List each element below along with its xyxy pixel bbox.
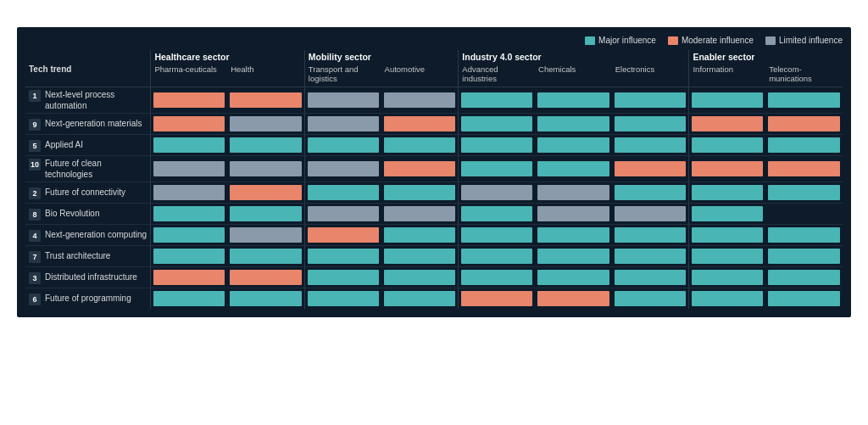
rank-badge: 10 — [29, 159, 41, 171]
tech-name: Future of connectivity — [45, 187, 125, 198]
bar-cell — [612, 204, 689, 225]
sector-header-enabler: Enabler sector — [688, 50, 843, 64]
influence-bar — [692, 249, 763, 264]
influence-bar — [615, 249, 687, 264]
influence-bar — [692, 92, 763, 108]
table-row: 6Future of programming — [25, 288, 843, 309]
bar-cell — [304, 156, 381, 182]
tech-name: Next-generation materials — [45, 118, 142, 129]
bar-cell — [458, 156, 535, 182]
influence-bar — [768, 206, 840, 221]
influence-bar — [537, 92, 609, 108]
influence-bar — [153, 137, 225, 153]
influence-bar — [692, 227, 763, 243]
influence-bar — [768, 137, 840, 153]
influence-bar — [153, 206, 225, 221]
legend-color-box — [668, 36, 678, 45]
influence-bar — [153, 227, 225, 243]
tech-name: Distributed infrastructure — [45, 271, 137, 282]
influence-bar — [308, 161, 379, 176]
bar-cell — [304, 225, 381, 246]
bar-cell — [381, 204, 459, 225]
influence-bar — [153, 161, 225, 176]
bar-cell — [765, 288, 843, 309]
influence-bar — [537, 185, 609, 200]
subheader-health: Health — [227, 64, 304, 87]
bar-cell — [150, 135, 227, 156]
bar-cell — [381, 87, 459, 114]
influence-bar — [230, 291, 302, 306]
influence-bar — [692, 185, 763, 200]
rank-badge: 9 — [29, 119, 41, 131]
bar-cell — [150, 267, 227, 288]
legend-label: Limited influence — [779, 36, 843, 45]
tech-cell: 10Future of clean technologies — [25, 156, 150, 182]
bar-cell — [765, 135, 843, 156]
bar-cell — [227, 156, 304, 182]
subheader-automotive: Automotive — [381, 64, 459, 87]
influence-bar — [768, 249, 840, 264]
influence-bar — [768, 161, 840, 176]
influence-bar — [615, 291, 687, 306]
bar-cell — [304, 288, 381, 309]
tech-cell: 6Future of programming — [25, 288, 150, 309]
influence-bar — [537, 161, 609, 176]
influence-bar — [461, 206, 532, 221]
influence-bar — [230, 270, 302, 285]
bar-cell — [304, 204, 381, 225]
influence-bar — [615, 137, 687, 153]
influence-bar — [692, 270, 763, 285]
influence-bar — [461, 227, 532, 243]
sub-header-row: Tech trend Pharma-ceuticals Health Trans… — [25, 64, 843, 87]
influence-bar — [692, 206, 763, 221]
bar-cell — [381, 156, 459, 182]
bar-cell — [535, 246, 612, 267]
influence-bar — [230, 137, 302, 153]
bar-cell — [381, 135, 459, 156]
influence-bar — [153, 291, 225, 306]
table-row: 4Next-generation computing — [25, 225, 843, 246]
tech-name: Bio Revolution — [45, 208, 99, 219]
tech-cell: 4Next-generation computing — [25, 225, 150, 246]
influence-bar — [308, 249, 379, 264]
sector-header-row: Healthcare sector Mobility sector Indust… — [25, 50, 843, 64]
subheader-telecom: Telecom-munications — [765, 64, 843, 87]
bar-cell — [227, 114, 304, 135]
bar-cell — [688, 204, 765, 225]
influence-bar — [384, 227, 456, 243]
influence-bar — [461, 137, 532, 153]
bar-cell — [535, 204, 612, 225]
bar-cell — [304, 267, 381, 288]
influence-bar — [230, 92, 302, 108]
influence-bar — [768, 185, 840, 200]
influence-bar — [615, 92, 687, 108]
bar-cell — [765, 246, 843, 267]
data-table: Healthcare sector Mobility sector Indust… — [25, 50, 843, 309]
rank-badge: 8 — [29, 209, 41, 221]
influence-bar — [537, 249, 609, 264]
bar-cell — [304, 135, 381, 156]
subheader-pharma: Pharma-ceuticals — [150, 64, 227, 87]
bar-cell — [765, 114, 843, 135]
bar-cell — [612, 267, 689, 288]
bar-cell — [227, 204, 304, 225]
bar-cell — [227, 87, 304, 114]
bar-cell — [150, 87, 227, 114]
subheader-chemicals: Chemicals — [535, 64, 612, 87]
influence-bar — [153, 116, 225, 131]
bar-cell — [458, 87, 535, 114]
bar-cell — [150, 182, 227, 204]
influence-bar — [692, 291, 763, 306]
influence-bar — [461, 116, 532, 131]
bar-cell — [227, 182, 304, 204]
sector-header-industry: Industry 4.0 sector — [458, 50, 688, 64]
influence-bar — [537, 137, 609, 153]
bar-cell — [688, 182, 765, 204]
bar-cell — [381, 246, 459, 267]
influence-bar — [615, 116, 687, 131]
bar-cell — [150, 225, 227, 246]
bar-cell — [458, 267, 535, 288]
bar-cell — [458, 182, 535, 204]
influence-bar — [537, 116, 609, 131]
influence-bar — [768, 291, 840, 306]
